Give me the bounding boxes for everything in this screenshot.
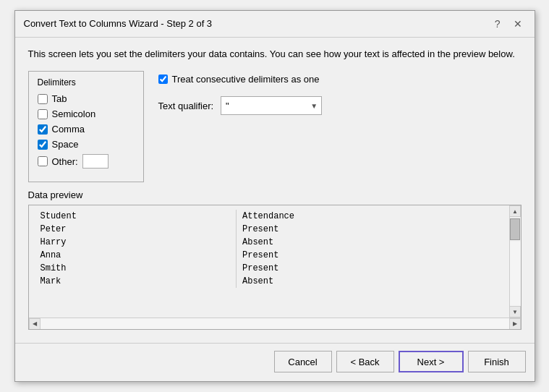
preview-wrapper: StudentAttendancePeterPresentHarryAbsent… [28,205,522,330]
other-label: Other: [52,156,78,167]
delimiters-group: Delimiters Tab Semicolon Comma Space [28,71,144,182]
preview-inner: StudentAttendancePeterPresentHarryAbsent… [29,205,521,318]
other-input[interactable] [82,154,108,169]
preview-content[interactable]: StudentAttendancePeterPresentHarryAbsent… [29,205,509,318]
horizontal-scrollbar[interactable]: ◀ ▶ [29,318,521,329]
preview-cell: Absent [236,236,503,249]
close-button[interactable]: ✕ [510,17,526,31]
preview-cell: Harry [35,236,237,249]
qualifier-select-wrapper: " ' {none} ▼ [221,96,322,115]
preview-cell: Peter [35,223,237,236]
delimiters-label: Delimiters [38,77,135,88]
main-row: Delimiters Tab Semicolon Comma Space [28,71,522,182]
comma-row: Comma [38,124,135,135]
table-row: MarkAbsent [35,275,503,288]
space-label: Space [52,139,79,150]
table-row: PeterPresent [35,223,503,236]
preview-cell: Anna [35,249,237,262]
preview-cell: Present [236,262,503,275]
preview-cell: Present [236,223,503,236]
qualifier-label: Text qualifier: [158,101,214,111]
preview-cell: Mark [35,275,237,288]
preview-cell: Smith [35,262,237,275]
next-button[interactable]: Next > [399,351,464,372]
preview-cell: Student [35,210,237,223]
table-row: SmithPresent [35,262,503,275]
space-row: Space [38,139,135,150]
title-bar: Convert Text to Columns Wizard - Step 2 … [15,11,535,38]
title-bar-right: ? ✕ [491,17,526,31]
preview-cell: Absent [236,275,503,288]
tab-row: Tab [38,93,135,104]
preview-label: Data preview [28,189,522,200]
description-text: This screen lets you set the delimiters … [28,48,522,61]
other-checkbox[interactable] [38,156,48,166]
other-row: Other: [38,154,135,169]
comma-checkbox[interactable] [38,124,48,135]
scroll-right-arrow[interactable]: ▶ [509,318,521,330]
table-row: AnnaPresent [35,249,503,262]
dialog-body: This screen lets you set the delimiters … [15,38,535,337]
table-row: HarryAbsent [35,236,503,249]
consecutive-label: Treat consecutive delimiters as one [172,74,320,85]
semicolon-label: Semicolon [52,108,96,119]
preview-cell: Attendance [236,210,503,223]
qualifier-select[interactable]: " ' {none} [221,96,322,115]
right-options: Treat consecutive delimiters as one Text… [158,71,522,182]
scroll-thumb[interactable] [510,218,520,240]
tab-checkbox[interactable] [38,94,48,104]
data-preview-section: Data preview StudentAttendancePeterPrese… [28,189,522,330]
semicolon-checkbox[interactable] [38,109,48,119]
finish-button[interactable]: Finish [468,351,526,372]
footer: Cancel < Back Next > Finish [15,343,535,381]
vertical-scrollbar[interactable]: ▲ ▼ [509,205,521,318]
main-dialog: Convert Text to Columns Wizard - Step 2 … [14,10,535,382]
consecutive-row: Treat consecutive delimiters as one [158,74,522,85]
dialog-title: Convert Text to Columns Wizard - Step 2 … [24,18,213,29]
cancel-button[interactable]: Cancel [274,351,332,372]
space-checkbox[interactable] [38,140,48,150]
scroll-down-arrow[interactable]: ▼ [509,306,521,318]
table-row: StudentAttendance [35,210,503,223]
tab-label: Tab [52,93,67,104]
scroll-track [510,242,521,306]
semicolon-row: Semicolon [38,108,135,119]
qualifier-row: Text qualifier: " ' {none} ▼ [158,96,522,115]
title-bar-left: Convert Text to Columns Wizard - Step 2 … [24,18,213,29]
back-button[interactable]: < Back [336,351,394,372]
preview-cell: Present [236,249,503,262]
comma-label: Comma [52,124,85,135]
scroll-left-arrow[interactable]: ◀ [29,318,41,330]
consecutive-checkbox[interactable] [158,74,168,84]
h-scroll-track [41,318,509,329]
scroll-up-arrow[interactable]: ▲ [509,205,521,217]
help-button[interactable]: ? [491,17,504,31]
preview-table: StudentAttendancePeterPresentHarryAbsent… [35,210,503,288]
